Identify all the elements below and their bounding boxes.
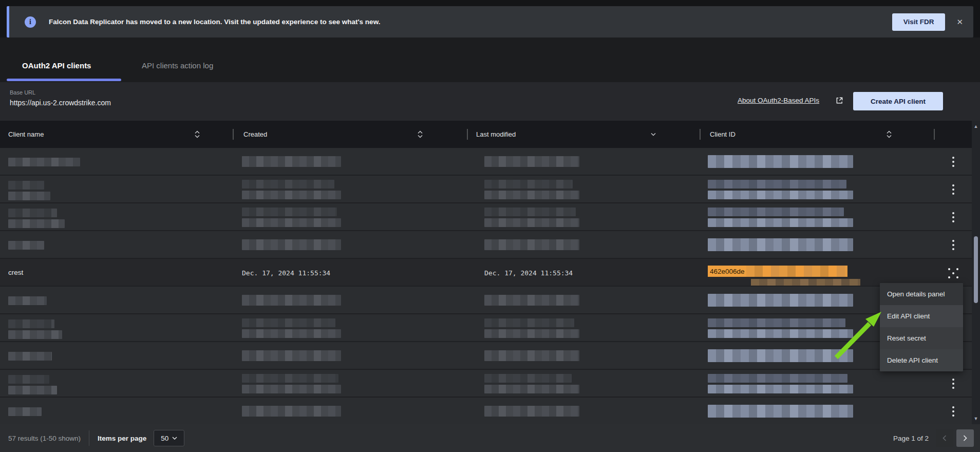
sort-down-icon[interactable] [650,133,656,137]
external-link-icon [836,97,843,106]
table-row-redacted[interactable] [0,148,972,176]
column-header-client-id[interactable]: Client ID [710,121,908,148]
redacted-client-id [708,405,853,418]
row-actions-kebab-icon[interactable] [948,378,958,390]
redacted-client-name [8,181,50,200]
table-row-crest[interactable]: crest Dec. 17, 2024 11:55:34 Dec. 17, 20… [0,259,972,287]
column-header-client-name[interactable]: Client name [8,121,216,148]
redacted-client-name [8,241,44,250]
about-oauth2-apis-link[interactable]: About OAuth2-Based APIs [738,97,819,104]
row-actions-kebab-icon[interactable] [948,156,958,168]
row-actions-kebab-icon[interactable] [948,183,958,196]
redacted-created [242,318,341,338]
redacted-created [242,295,341,306]
pagination-footer: 57 results (1-50 shown) Items per page 5… [0,424,980,452]
tab-oauth2-api-clients[interactable]: OAuth2 API clients [22,61,91,70]
create-api-client-button[interactable]: Create API client [853,92,943,110]
redacted-client-name [8,407,42,416]
redacted-created [242,180,341,199]
chevron-down-icon [172,437,177,440]
table-header: Client name Created Last modified Client… [0,121,980,148]
sort-updown-icon[interactable] [886,130,892,139]
page-info: Page 1 of 2 [893,435,929,442]
menu-item-delete-api-client[interactable]: Delete API client [880,349,963,371]
row-actions-context-menu: Open details panel Edit API client Reset… [880,283,963,371]
active-tab-underline [7,79,121,81]
last-modified-cell: Dec. 17, 2024 11:55:34 [484,269,573,277]
client-name-cell: crest [8,269,23,276]
table-row-redacted[interactable] [0,342,972,370]
client-id-cell: 462e006de [708,266,847,277]
vertical-scrollbar[interactable]: ▲ ▼ [972,121,980,424]
table-row-redacted[interactable] [0,203,972,231]
row-actions-kebab-icon[interactable] [948,405,958,418]
sort-updown-icon[interactable] [194,130,200,139]
redacted-client-id [708,294,853,307]
footer-divider [89,430,89,446]
redacted-client-id [708,208,853,227]
items-per-page-select[interactable]: 50 [154,430,184,446]
redacted-client-id [708,155,853,168]
table-row-redacted[interactable] [0,176,972,203]
created-cell: Dec. 17, 2024 11:55:34 [242,269,330,277]
row-actions-kebab-icon[interactable] [948,239,958,251]
menu-item-open-details-panel[interactable]: Open details panel [880,283,963,305]
client-id-redaction-smear [751,279,860,286]
redacted-created [242,374,341,393]
redacted-last-modified [484,295,579,306]
redacted-last-modified [484,239,579,250]
redacted-client-id [708,180,853,199]
column-divider [467,129,468,140]
oauth2-api-clients-page: i Falcon Data Replicator has moved to a … [0,0,980,452]
visit-fdr-button[interactable]: Visit FDR [892,13,946,31]
scrollbar-thumb[interactable] [974,236,978,303]
scroll-down-icon[interactable]: ▼ [972,416,980,421]
redacted-created [242,350,341,361]
next-page-button[interactable] [956,429,974,447]
results-count: 57 results (1-50 shown) [8,435,81,442]
toolbar: Base URL https://api.us-2.crowdstrike.co… [0,82,980,121]
redacted-created [242,208,341,227]
redacted-last-modified [484,406,579,417]
column-header-created[interactable]: Created [243,121,439,148]
redacted-client-id [708,318,853,338]
chevron-right-icon [963,435,967,441]
column-divider [934,129,935,140]
sort-updown-icon[interactable] [417,130,423,139]
previous-page-button[interactable] [936,429,953,447]
chevron-left-icon [943,435,947,441]
table-row-redacted[interactable] [0,287,972,314]
menu-item-reset-secret[interactable]: Reset secret [880,327,963,349]
row-actions-kebab-open-icon[interactable] [947,267,959,279]
column-header-last-modified[interactable]: Last modified [476,121,674,148]
redacted-last-modified [484,374,579,393]
table-row-redacted[interactable] [0,314,972,342]
redacted-created [242,406,341,417]
redacted-created [242,239,341,250]
redacted-client-name [8,158,80,166]
banner-message: Falcon Data Replicator has moved to a ne… [49,18,380,26]
banner-close-icon[interactable]: ✕ [956,18,963,26]
row-actions-kebab-icon[interactable] [948,211,958,223]
base-url-label: Base URL [10,89,35,96]
tab-bar: OAuth2 API clients API clients action lo… [0,37,980,82]
redacted-last-modified [484,208,579,227]
redacted-client-name [8,352,52,361]
info-icon: i [25,16,36,28]
column-divider [233,129,234,140]
fdr-notice-banner: i Falcon Data Replicator has moved to a … [7,6,973,37]
scroll-up-icon[interactable]: ▲ [972,124,980,129]
table-row-redacted[interactable] [0,231,972,259]
redacted-client-name [8,319,62,339]
client-id-redacted-remainder [746,266,847,277]
redacted-last-modified [484,350,579,361]
table-row-redacted[interactable] [0,398,972,424]
tab-api-clients-action-log[interactable]: API clients action log [142,61,213,70]
redacted-client-name [8,296,47,305]
items-per-page-label: Items per page [98,435,146,442]
table-row-redacted[interactable] [0,370,972,398]
menu-item-edit-api-client[interactable]: Edit API client [880,305,963,327]
table-body: crest Dec. 17, 2024 11:55:34 Dec. 17, 20… [0,148,980,424]
redacted-client-name [8,375,57,394]
redacted-client-id [708,238,853,251]
